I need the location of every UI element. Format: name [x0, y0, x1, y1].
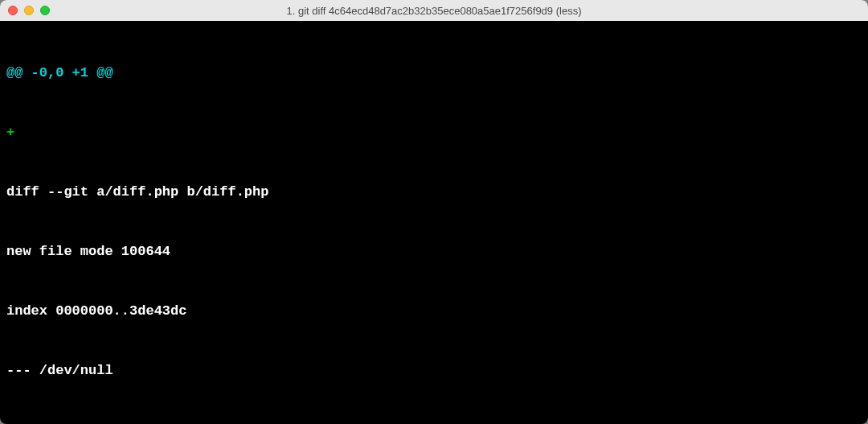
- diff-index-line: index 0000000..3de43dc: [6, 302, 862, 322]
- titlebar: 1. git diff 4c64ecd48d7ac2b32b35ece080a5…: [0, 0, 868, 21]
- diff-file-header: diff --git a/diff.php b/diff.php: [6, 183, 862, 203]
- diff-old-file: --- /dev/null: [6, 361, 862, 381]
- window-title: 1. git diff 4c64ecd48d7ac2b32b35ece080a5…: [0, 5, 868, 17]
- diff-hunk-header: @@ -0,0 +1 @@: [6, 64, 862, 84]
- diff-new-file-mode: new file mode 100644: [6, 242, 862, 262]
- traffic-lights: [8, 6, 50, 15]
- maximize-icon[interactable]: [40, 6, 50, 15]
- diff-added-line: +: [6, 123, 862, 143]
- diff-new-file: +++ b/diff.php: [6, 421, 862, 424]
- close-icon[interactable]: [8, 6, 18, 15]
- minimize-icon[interactable]: [24, 6, 34, 15]
- terminal-window: 1. git diff 4c64ecd48d7ac2b32b35ece080a5…: [0, 0, 868, 424]
- terminal-output[interactable]: @@ -0,0 +1 @@ + diff --git a/diff.php b/…: [0, 21, 868, 424]
